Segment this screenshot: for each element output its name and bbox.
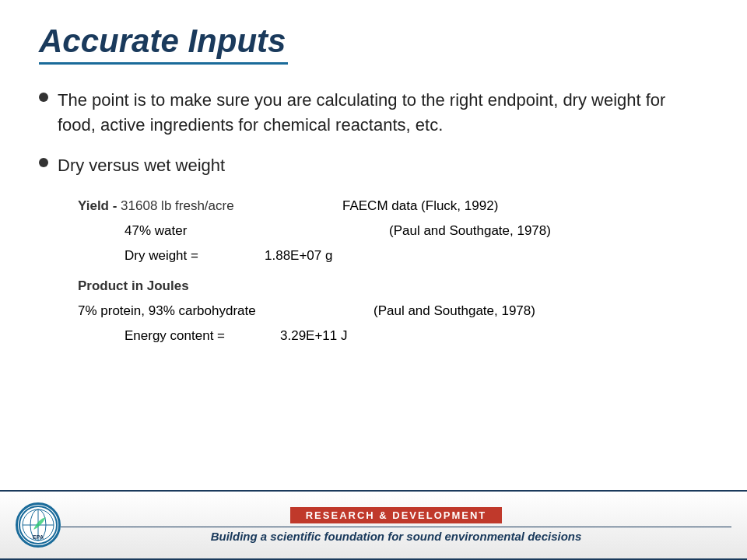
data-row-energy: Energy content = 3.29E+11 J <box>78 324 708 348</box>
data-row-dryweight: Dry weight = 1.88E+07 g <box>78 243 708 268</box>
data-row-yield: Yield - 31608 lb fresh/acre FAECM data (… <box>78 194 708 219</box>
bullet-text-2: Dry versus wet weight <box>58 153 708 178</box>
bullet-dot-2 <box>39 158 48 167</box>
title-underline <box>39 62 288 65</box>
energy-value: 3.29E+11 J <box>265 324 348 348</box>
dryweight-value: 1.88E+07 g <box>249 243 332 268</box>
energy-label: Energy content = <box>124 324 265 348</box>
protein-source: (Paul and Southgate, 1978) <box>374 299 535 324</box>
product-joules-label: Product in Joules <box>78 274 189 299</box>
water-source: (Paul and Southgate, 1978) <box>374 219 551 243</box>
footer: EPA RESEARCH & DEVELOPMENT Building a sc… <box>0 490 747 560</box>
bullet-item-2: Dry versus wet weight <box>39 153 708 178</box>
yield-label: Yield - 31608 lb fresh/acre <box>78 194 327 219</box>
footer-rd-bar: RESEARCH & DEVELOPMENT <box>290 507 503 523</box>
data-table: Yield - 31608 lb fresh/acre FAECM data (… <box>78 194 708 349</box>
svg-text:EPA: EPA <box>33 534 44 540</box>
epa-logo: EPA <box>16 502 61 548</box>
footer-right: RESEARCH & DEVELOPMENT Building a scient… <box>61 507 731 543</box>
slide: Accurate Inputs The point is to make sur… <box>0 0 747 560</box>
water-label: 47% water <box>124 219 374 243</box>
bullet-text-1: The point is to make sure you are calcul… <box>58 88 708 138</box>
yield-value: 31608 lb fresh/acre <box>121 198 234 213</box>
data-row-water: 47% water (Paul and Southgate, 1978) <box>78 219 708 243</box>
footer-tagline: Building a scientific foundation for sou… <box>211 530 582 543</box>
bullet-item-1: The point is to make sure you are calcul… <box>39 88 708 138</box>
content-section: The point is to make sure you are calcul… <box>39 80 708 356</box>
slide-title: Accurate Inputs <box>39 23 708 59</box>
footer-line <box>61 527 731 527</box>
title-section: Accurate Inputs <box>39 23 708 65</box>
data-row-protein: 7% protein, 93% carbohydrate (Paul and S… <box>78 299 708 324</box>
protein-label: 7% protein, 93% carbohydrate <box>78 299 374 324</box>
bullet-dot-1 <box>39 93 48 102</box>
yield-source: FAECM data (Fluck, 1992) <box>327 194 498 219</box>
footer-content: EPA RESEARCH & DEVELOPMENT Building a sc… <box>0 492 747 558</box>
dryweight-label: Dry weight = <box>124 243 249 268</box>
product-joules-row: Product in Joules <box>78 274 708 299</box>
epa-logo-svg: EPA <box>18 505 58 545</box>
yield-bold: Yield - <box>78 198 121 213</box>
